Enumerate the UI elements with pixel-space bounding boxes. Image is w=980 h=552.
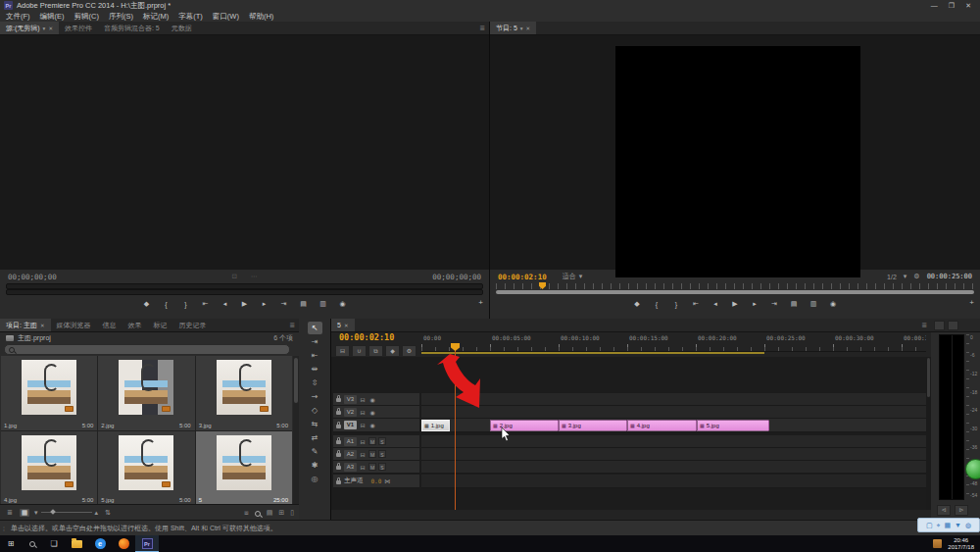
linked-selection-icon[interactable]: ⧉ xyxy=(368,345,383,357)
item-thumbnail[interactable] xyxy=(217,360,271,415)
goto-out-button[interactable]: ⇥ xyxy=(769,300,780,308)
panel-menu-icon[interactable]: ≣ xyxy=(921,322,931,329)
minimize-button[interactable]: — xyxy=(931,2,938,10)
resolution-dropdown[interactable]: 1/2 xyxy=(887,274,897,280)
tab-source[interactable]: 源:(无剪辑) ▾ ✕ xyxy=(0,22,59,34)
tab-markers[interactable]: 标记 xyxy=(148,319,173,331)
close-icon[interactable]: ✕ xyxy=(40,323,45,328)
menu-file[interactable]: 文件(F) xyxy=(6,12,30,22)
solo-button[interactable]: S xyxy=(378,450,386,458)
overwrite-button[interactable]: ▥ xyxy=(318,300,328,308)
track-settings-icon[interactable]: ⊟ xyxy=(359,464,367,471)
close-icon[interactable]: ✕ xyxy=(526,25,531,31)
timeline-settings-wrench-icon[interactable]: ⚙ xyxy=(402,345,416,357)
ripple-edit-tool[interactable]: ⇹ xyxy=(308,363,322,376)
chevron-down-icon[interactable]: ▾ xyxy=(904,273,907,280)
button-editor-plus-icon[interactable]: + xyxy=(969,298,974,307)
meter-tab-icon[interactable] xyxy=(934,321,945,330)
hand-tool[interactable]: ✱ xyxy=(308,459,322,472)
mute-button[interactable]: M xyxy=(368,463,376,471)
add-marker-icon[interactable]: ◆ xyxy=(385,345,400,357)
meter-left-button[interactable]: ⊲ xyxy=(937,505,951,516)
track-settings-icon[interactable]: ⊟ xyxy=(359,451,367,458)
capture-target-icon[interactable]: ⌖ xyxy=(937,522,941,529)
lock-icon[interactable] xyxy=(336,411,341,415)
menu-window[interactable]: 窗口(W) xyxy=(213,12,239,22)
mark-out-button[interactable]: } xyxy=(180,301,191,308)
lock-icon[interactable] xyxy=(336,425,341,428)
project-file-name[interactable]: 主图.prproj xyxy=(18,333,51,343)
tab-info[interactable]: 信息 xyxy=(97,319,122,331)
zoom-slider-handle[interactable] xyxy=(50,509,56,515)
zoom-slider[interactable]: ▾ ▴ xyxy=(34,509,98,517)
razor-tool[interactable]: ◇ xyxy=(308,404,322,417)
play-button[interactable]: ▶ xyxy=(730,300,741,308)
project-item-sequence-5[interactable]: 5 25:00 xyxy=(196,431,292,506)
taskbar-browser-edge[interactable]: e xyxy=(88,535,112,552)
chevron-down-icon[interactable]: ▾ xyxy=(520,25,523,31)
menu-help[interactable]: 帮助(H) xyxy=(249,12,273,22)
mute-button[interactable]: M xyxy=(368,450,376,458)
project-item-2jpg[interactable]: 2.jpg 5:00 xyxy=(98,356,194,430)
track-select-backward-tool[interactable]: ⇤ xyxy=(308,349,322,362)
clip-1jpg[interactable]: ▦ 1.jpg xyxy=(421,420,450,431)
source-scrubber[interactable] xyxy=(0,283,489,295)
source-more-icon[interactable]: ⋯ xyxy=(251,273,258,280)
goto-in-button[interactable]: ⇤ xyxy=(691,300,702,308)
mute-button[interactable]: M xyxy=(368,437,376,445)
pen-tool[interactable]: ✎ xyxy=(308,445,322,458)
track-settings-icon[interactable]: ⊟ xyxy=(359,438,367,445)
lift-button[interactable]: ▤ xyxy=(789,300,800,308)
chevron-down-icon[interactable]: ▾ xyxy=(43,25,46,31)
timeline-current-timecode[interactable]: 00:00:02:10 xyxy=(339,332,394,342)
maximize-button[interactable]: ❐ xyxy=(949,2,955,10)
tab-history[interactable]: 历史记录 xyxy=(173,319,213,331)
taskbar-premiere[interactable]: Pr xyxy=(135,535,159,552)
menu-edit[interactable]: 编辑(E) xyxy=(40,12,65,22)
capture-grid-icon[interactable]: ▦ xyxy=(944,522,951,529)
rate-stretch-tool[interactable]: ⇝ xyxy=(308,390,322,403)
program-scrollbar[interactable] xyxy=(496,290,974,294)
export-frame-button[interactable]: ◉ xyxy=(828,300,839,308)
new-item-button[interactable]: ⊞ xyxy=(278,509,284,517)
tab-project[interactable]: 项目: 主图 ✕ xyxy=(0,319,51,331)
track-lane-a2[interactable] xyxy=(421,448,926,461)
timeline-ruler[interactable]: 00:00 00:00:05:00 00:00:10:00 00:00:15:0… xyxy=(421,332,926,352)
lock-icon[interactable] xyxy=(336,480,341,484)
track-lane-a1[interactable] xyxy=(421,435,926,448)
capture-region-icon[interactable]: ▢ xyxy=(926,522,933,529)
search-input[interactable] xyxy=(4,344,290,355)
tab-effect-controls[interactable]: 效果控件 xyxy=(59,22,98,34)
master-level-value[interactable]: 0.0 xyxy=(371,477,382,484)
automate-to-sequence-button[interactable]: ⧈ xyxy=(244,509,248,517)
source-scrollbar[interactable] xyxy=(6,289,483,295)
zoom-out-icon[interactable]: ▾ xyxy=(34,509,38,517)
track-lane-v3[interactable] xyxy=(421,393,926,406)
clip-4jpg[interactable]: ▦ 4.jpg xyxy=(627,420,697,431)
start-button[interactable]: ⊞ xyxy=(0,535,22,552)
menu-sequence[interactable]: 序列(S) xyxy=(109,12,133,22)
tab-program[interactable]: 节目: 5 ▾ ✕ xyxy=(490,22,536,34)
track-settings-icon[interactable]: ⊟ xyxy=(359,422,367,428)
project-item-4jpg[interactable]: 4.jpg 5:00 xyxy=(1,431,97,506)
list-view-button[interactable]: ≣ xyxy=(5,509,15,517)
extract-button[interactable]: ▥ xyxy=(808,300,819,308)
task-view-button[interactable]: ❏ xyxy=(43,535,65,552)
solo-button[interactable]: S xyxy=(378,463,386,471)
menu-clip[interactable]: 剪辑(C) xyxy=(74,12,99,22)
panel-menu-icon[interactable]: ≣ xyxy=(289,322,299,329)
track-output-eye-icon[interactable]: ◉ xyxy=(368,422,376,428)
solo-button[interactable]: S xyxy=(378,437,386,445)
track-badge-v3[interactable]: V3 xyxy=(344,395,357,404)
track-settings-icon[interactable]: ⊟ xyxy=(359,396,367,403)
project-item-1jpg[interactable]: 1.jpg 5:00 xyxy=(1,356,97,430)
insert-button[interactable]: ▤ xyxy=(298,300,309,308)
item-thumbnail[interactable] xyxy=(119,435,173,490)
meter-right-button[interactable]: ⊳ xyxy=(955,505,968,516)
program-current-timecode[interactable]: 00:00:02:10 xyxy=(498,273,547,281)
selection-tool[interactable]: ↖ xyxy=(308,322,322,334)
track-badge-a2[interactable]: A2 xyxy=(344,450,357,459)
sort-icon[interactable]: ⇅ xyxy=(103,509,113,517)
taskbar-clock[interactable]: 20:46 2017/7/18 xyxy=(948,537,974,551)
track-lane-master[interactable] xyxy=(421,475,926,488)
